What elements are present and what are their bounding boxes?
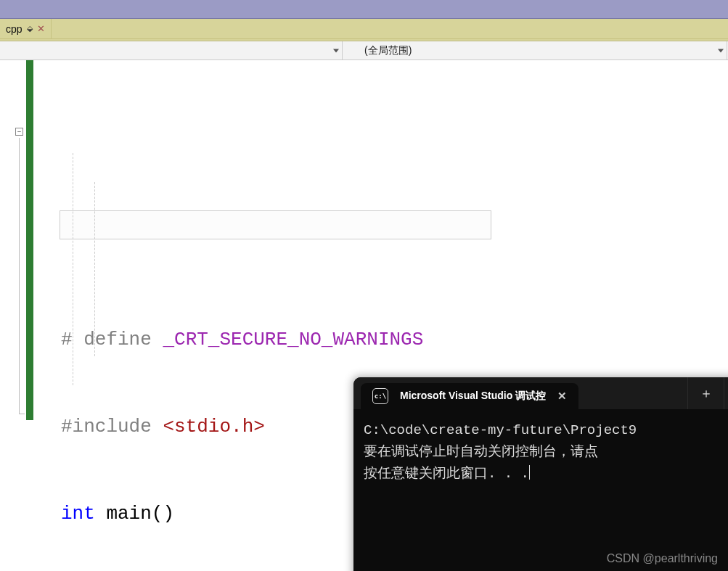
scope-dropdown-1[interactable]: [0, 41, 343, 59]
console-titlebar[interactable]: c:\ Microsoft Visual Studio 调试控 ✕ ＋ ⌄: [353, 377, 728, 409]
current-line-highlight: [60, 210, 491, 239]
indent-guide: [73, 153, 73, 385]
chevron-down-icon: [718, 49, 724, 52]
watermark: CSDN @pearlthriving: [607, 552, 718, 565]
close-icon[interactable]: ✕: [37, 23, 45, 34]
scope-dropdown-2[interactable]: (全局范围): [343, 41, 727, 59]
terminal-icon: c:\: [372, 388, 388, 404]
console-title: Microsoft Visual Studio 调试控: [400, 390, 546, 403]
outline-guide-end: [19, 414, 25, 414]
console-line-1: C:\code\create-my-future\Project9: [364, 422, 637, 438]
outline-guide: [19, 138, 20, 414]
console-tab-close-icon[interactable]: ✕: [557, 390, 567, 403]
document-tab[interactable]: cpp ⬙ ✕: [0, 19, 52, 38]
console-line-2: 要在调试停止时自动关闭控制台，请点: [364, 444, 598, 460]
debug-console-window[interactable]: c:\ Microsoft Visual Studio 调试控 ✕ ＋ ⌄ C:…: [353, 377, 728, 571]
console-line-3: 按任意键关闭此窗口. . .: [364, 466, 529, 482]
console-titlebar-actions: ＋ ⌄: [687, 377, 728, 409]
pin-icon[interactable]: ⬙: [27, 24, 33, 33]
tab-dropdown-button[interactable]: ⌄: [724, 377, 728, 409]
fold-toggle[interactable]: −: [15, 128, 23, 136]
window-top-bar: [0, 0, 728, 19]
console-output[interactable]: C:\code\create-my-future\Project9 要在调试停止…: [353, 409, 728, 489]
new-tab-button[interactable]: ＋: [687, 377, 724, 409]
console-caret: [529, 465, 530, 480]
scope-2-label: (全局范围): [364, 44, 412, 57]
editor-gutter: −: [0, 60, 26, 571]
tab-label: cpp: [6, 23, 23, 35]
document-tab-strip: cpp ⬙ ✕: [0, 19, 728, 39]
plus-icon: ＋: [700, 385, 713, 402]
code-line-1: # define _CRT_SECURE_NO_WARNINGS: [61, 325, 491, 354]
indent-guide: [94, 182, 95, 356]
console-tab[interactable]: c:\ Microsoft Visual Studio 调试控 ✕: [361, 383, 578, 409]
navigation-bar: (全局范围): [0, 41, 728, 60]
chevron-down-icon: [333, 49, 339, 52]
